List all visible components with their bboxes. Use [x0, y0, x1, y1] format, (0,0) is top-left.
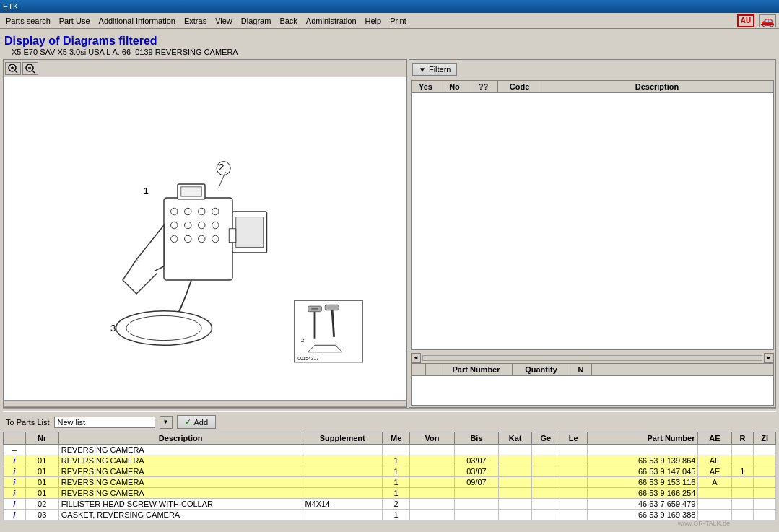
svg-line-3 [15, 71, 17, 73]
table-row[interactable]: i 01 REVERSING CAMERA 1 66 53 9 166 254 [4, 488, 776, 499]
th-von: Von [410, 432, 454, 445]
th-r: R [731, 432, 754, 445]
cell-bis: 09/07 [454, 477, 498, 488]
cell-bis [454, 499, 498, 510]
filter-header: ▼ Filtern [409, 60, 775, 79]
menu-print[interactable]: Print [386, 15, 411, 27]
menu-help[interactable]: Help [361, 15, 386, 27]
th-icon [4, 432, 26, 445]
new-list-input[interactable] [54, 417, 155, 428]
part-number-grid: Part Number Quantity N [411, 363, 774, 406]
cell-icon: i [4, 499, 26, 510]
filter-scroll-area[interactable] [412, 93, 773, 349]
cell-kat [499, 466, 532, 477]
cell-supplement [303, 466, 382, 477]
cell-r [731, 445, 754, 455]
cell-r [731, 455, 754, 466]
menu-view[interactable]: View [211, 15, 237, 27]
th-kat: Kat [499, 432, 532, 445]
zoom-out-button[interactable] [22, 62, 38, 75]
filter-col-desc: Description [541, 81, 773, 92]
cell-kat [499, 455, 532, 466]
parts-table-body: – REVERSING CAMERA i 01 REVERSING CAMERA… [4, 445, 776, 520]
svg-point-16 [171, 235, 178, 243]
cell-ge [532, 466, 560, 477]
menu-extras[interactable]: Extras [180, 15, 211, 27]
th-supplement: Supplement [303, 432, 382, 445]
cell-me: 1 [382, 488, 409, 499]
table-row[interactable]: – REVERSING CAMERA [4, 445, 776, 455]
table-row[interactable]: i 02 FILLISTER HEAD SCREW WITH COLLAR M4… [4, 499, 776, 510]
add-button[interactable]: ✓ Add [177, 415, 217, 429]
cell-me: 1 [382, 455, 409, 466]
diagram-image-area: 1 2 3 [4, 77, 406, 400]
cell-le [560, 445, 587, 455]
cell-icon: i [4, 466, 26, 477]
new-list-dropdown[interactable]: ▼ [160, 416, 173, 429]
cell-bis [454, 488, 498, 499]
table-row[interactable]: i 01 REVERSING CAMERA 1 03/07 66 53 9 14… [4, 466, 776, 477]
diagram-scrollbar[interactable] [4, 400, 406, 407]
cell-description: REVERSING CAMERA [58, 455, 303, 466]
cell-r [731, 488, 754, 499]
cell-icon: – [4, 445, 26, 455]
cell-description: REVERSING CAMERA [58, 488, 303, 499]
zoom-in-button[interactable] [5, 62, 21, 75]
cell-kat [499, 445, 532, 455]
cell-von [410, 499, 454, 510]
cell-icon: i [4, 477, 26, 488]
add-label: Add [194, 418, 209, 427]
icon-car[interactable]: 🚗 [759, 14, 776, 27]
svg-text:3: 3 [110, 323, 116, 333]
parts-table-header: Nr Description Supplement Me Von Bis Kat… [4, 432, 776, 445]
cell-nr: 01 [25, 477, 58, 488]
cell-part-number: 66 53 9 153 116 [587, 477, 698, 488]
menu-parts-search[interactable]: Parts search [1, 15, 55, 27]
menu-part-use[interactable]: Part Use [55, 15, 95, 27]
cell-r [731, 477, 754, 488]
table-row[interactable]: i 01 REVERSING CAMERA 1 09/07 66 53 9 15… [4, 477, 776, 488]
diagram-toolbar [4, 60, 406, 77]
cell-ae [698, 488, 731, 499]
part-number-rows [412, 376, 773, 405]
cell-ge [532, 488, 560, 499]
th-ge: Ge [532, 432, 560, 445]
cell-le [560, 455, 587, 466]
cell-nr [25, 445, 58, 455]
cell-description: FILLISTER HEAD SCREW WITH COLLAR [58, 499, 303, 510]
menu-additional-info[interactable]: Additional Information [95, 15, 180, 27]
cell-description: REVERSING CAMERA [58, 445, 303, 455]
cell-description: REVERSING CAMERA [58, 477, 303, 488]
cell-r: 1 [731, 466, 754, 477]
scroll-right-button[interactable]: ► [764, 353, 774, 363]
menu-administration[interactable]: Administration [302, 15, 361, 27]
svg-point-11 [212, 208, 219, 215]
menu-diagram[interactable]: Diagram [237, 15, 276, 27]
cell-ge [532, 455, 560, 466]
filter-col-yes: Yes [412, 81, 440, 92]
page-header: Display of Diagrams filtered X5 E70 SAV … [3, 32, 776, 59]
cell-part-number [587, 445, 698, 455]
diagram-panel: 1 2 3 [3, 59, 407, 408]
cell-nr: 01 [25, 466, 58, 477]
filter-label: Filtern [429, 65, 451, 74]
cell-supplement [303, 488, 382, 499]
scroll-left-button[interactable]: ◄ [411, 353, 421, 363]
svg-point-15 [212, 222, 219, 229]
cell-nr: 01 [25, 488, 58, 499]
cell-zi [754, 466, 776, 477]
cell-supplement: M4X14 [303, 499, 382, 510]
svg-point-12 [171, 222, 178, 229]
table-row[interactable]: i 01 REVERSING CAMERA 1 03/07 66 53 9 13… [4, 455, 776, 466]
menu-back[interactable]: Back [275, 15, 301, 27]
icon-au[interactable]: AU [737, 14, 754, 27]
cell-r [731, 510, 754, 520]
svg-point-14 [199, 222, 206, 229]
cell-icon: i [4, 488, 26, 499]
cell-zi [754, 445, 776, 455]
filter-icon: ▼ [419, 66, 426, 74]
svg-rect-22 [229, 228, 236, 242]
cell-von [410, 455, 454, 466]
th-me: Me [382, 432, 409, 445]
filter-button[interactable]: ▼ Filtern [412, 63, 457, 76]
